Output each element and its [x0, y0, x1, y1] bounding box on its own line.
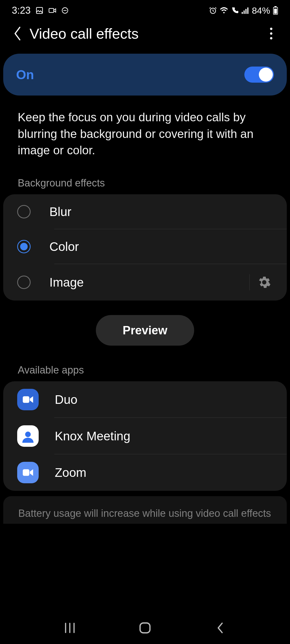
master-switch[interactable] [244, 67, 274, 83]
nav-bar [0, 612, 290, 644]
alarm-icon [209, 6, 217, 14]
status-time: 3:23 [12, 5, 31, 16]
svg-rect-6 [244, 10, 245, 14]
effect-option-blur[interactable]: Blur [3, 194, 287, 229]
svg-point-13 [270, 32, 273, 35]
page-title: Video call effects [30, 25, 139, 42]
apps-card: Duo Knox Meeting Zoom [3, 381, 287, 491]
image-icon [35, 6, 44, 14]
master-toggle-label: On [16, 67, 34, 82]
radio-unchecked-icon [17, 205, 31, 218]
dnd-icon [61, 7, 69, 14]
svg-point-14 [270, 37, 273, 39]
nav-recents-button[interactable] [59, 617, 81, 639]
recents-icon [64, 623, 76, 633]
app-row-knox[interactable]: Knox Meeting [3, 418, 287, 454]
footer-note: Battery usage will increase while using … [3, 496, 287, 524]
section-header-effects: Background effects [0, 169, 290, 194]
video-icon [48, 7, 56, 14]
knox-app-icon [17, 425, 39, 447]
back-button[interactable] [8, 24, 27, 43]
svg-point-16 [25, 431, 31, 437]
preview-button[interactable]: Preview [96, 315, 194, 346]
description-text: Keep the focus on you during video calls… [0, 96, 290, 169]
preview-label: Preview [123, 324, 167, 337]
status-bar: 3:23 84% [0, 0, 290, 19]
radio-checked-icon [17, 240, 31, 253]
svg-rect-15 [23, 396, 30, 403]
effect-label: Blur [49, 204, 273, 219]
nav-back-button[interactable] [209, 617, 231, 639]
header: Video call effects [0, 19, 290, 54]
effects-card: Blur Color Image [3, 194, 287, 301]
signal-icon [242, 7, 249, 14]
app-label: Knox Meeting [55, 429, 130, 443]
svg-point-12 [270, 28, 273, 30]
status-left: 3:23 [12, 5, 69, 16]
svg-rect-1 [49, 9, 54, 13]
app-row-zoom[interactable]: Zoom [3, 454, 287, 491]
more-options-button[interactable] [263, 25, 279, 42]
svg-rect-0 [37, 8, 43, 14]
effect-label: Image [49, 275, 249, 290]
section-header-apps: Available apps [0, 346, 290, 381]
svg-rect-21 [140, 623, 150, 633]
app-label: Duo [55, 392, 77, 407]
wifi-calling-icon [231, 6, 239, 14]
svg-rect-11 [274, 6, 277, 7]
status-right: 84% [209, 5, 278, 16]
app-label: Zoom [55, 465, 86, 480]
svg-rect-8 [247, 8, 248, 14]
duo-app-icon [17, 389, 39, 410]
battery-icon [273, 6, 278, 15]
effect-option-color[interactable]: Color [3, 229, 287, 264]
effect-label: Color [49, 239, 273, 254]
chevron-left-icon [12, 26, 23, 41]
nav-home-button[interactable] [134, 617, 156, 639]
master-toggle-card[interactable]: On [3, 54, 287, 96]
switch-thumb [259, 68, 273, 82]
status-battery-text: 84% [252, 5, 270, 16]
chevron-left-icon [216, 622, 224, 634]
gear-icon [258, 276, 271, 289]
radio-unchecked-icon [17, 276, 31, 289]
svg-rect-17 [23, 469, 30, 476]
svg-rect-7 [245, 9, 247, 14]
app-row-duo[interactable]: Duo [3, 381, 287, 418]
more-vertical-icon [270, 28, 273, 39]
effect-option-image[interactable]: Image [3, 264, 287, 301]
svg-rect-10 [274, 9, 277, 14]
home-icon [139, 622, 151, 634]
zoom-app-icon [17, 462, 39, 483]
image-settings-button[interactable] [249, 274, 271, 290]
svg-rect-5 [242, 12, 243, 14]
wifi-icon [220, 7, 228, 14]
